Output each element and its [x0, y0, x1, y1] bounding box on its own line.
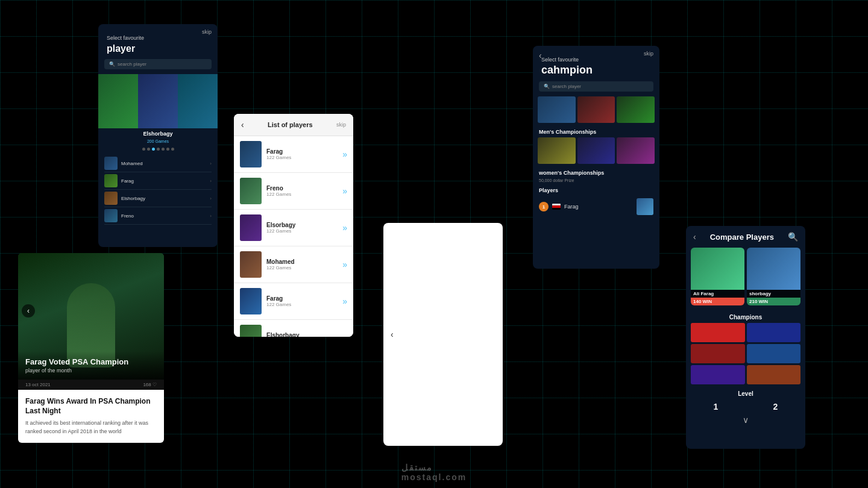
arrow-icon: ›	[210, 178, 212, 184]
back-button-2[interactable]: ‹	[241, 120, 244, 130]
list-item[interactable]: Farag ›	[104, 172, 212, 190]
champ-badge	[691, 365, 745, 384]
list-item[interactable]: Freno ›	[104, 207, 212, 225]
featured-img-3	[178, 74, 218, 128]
champ-badge	[691, 323, 745, 342]
player-2-name: shorbagy	[747, 290, 800, 298]
arrow-icon: ›	[210, 196, 212, 201]
player-row[interactable]: Farag 122 Games »	[234, 283, 353, 320]
prev-button[interactable]: ‹	[22, 304, 35, 318]
arrow-icon: ›	[210, 161, 212, 166]
featured-img-1	[98, 74, 138, 128]
search-icon-5[interactable]: 🔍	[788, 232, 798, 242]
skip-button-4[interactable]: skip	[644, 51, 653, 57]
player-2-img	[747, 248, 800, 290]
champ-img[interactable]	[577, 137, 615, 164]
article-title: Farag Wins Award In PSA Champion Last Ni…	[25, 397, 157, 416]
news-date: 13 oct 2021	[25, 382, 51, 387]
likes-count: 168	[143, 382, 151, 387]
player-row[interactable]: Mohamed 122 Games »	[234, 246, 353, 283]
womens-prize: 50,000 dollar Prize	[533, 178, 659, 185]
dot-1	[142, 148, 145, 151]
list-item[interactable]: Elshorbagy ›	[104, 190, 212, 207]
player-games: 122 Games	[266, 228, 342, 234]
player-card-2[interactable]: shorbagy 210 WIN	[747, 248, 800, 305]
avatar	[104, 192, 118, 205]
player-info: Mohamed 122 Games	[266, 258, 342, 271]
news-headline: Farag Voted PSA Champion	[25, 357, 157, 368]
player-title-1: player	[98, 43, 218, 59]
search-bar-4[interactable]: 🔍 search player	[539, 81, 653, 92]
player-info: Elshorbagy 122 Games	[266, 332, 342, 337]
champ-img[interactable]	[577, 96, 615, 123]
article-text: It achieved its best international ranki…	[25, 419, 157, 436]
player-rank-row[interactable]: 1 Farag	[539, 196, 653, 217]
dot-5	[162, 148, 165, 151]
player-name: Freno	[121, 213, 206, 219]
compare-players-section: Ali Farag 140 WIN shorbagy 210 WIN	[686, 248, 805, 310]
player-name: Farag	[266, 148, 342, 155]
chevron-down-icon[interactable]: ∨	[686, 414, 805, 426]
player-img	[240, 178, 262, 204]
player-games: 122 Games	[266, 265, 342, 271]
player-row[interactable]: Farag 122 Games »	[234, 136, 353, 173]
player-name: Elsorbagy	[266, 222, 342, 228]
dot-2	[147, 148, 150, 151]
list-item[interactable]: Mohamed ›	[104, 155, 212, 172]
champ-img[interactable]	[538, 96, 576, 123]
chevron-right-icon: »	[342, 223, 347, 233]
player-img	[240, 214, 262, 241]
mens-champs-label: Men's Championships	[533, 127, 659, 137]
players-label: Players	[539, 187, 653, 196]
player-name: Elshorbagy	[121, 196, 206, 201]
news-meta: 13 oct 2021 168 ♡	[18, 380, 164, 390]
skip-button-1[interactable]: skip	[202, 29, 212, 35]
back-button-4[interactable]: ‹	[539, 51, 542, 60]
ranked-player-name: Farag	[564, 204, 633, 210]
champ-img[interactable]	[617, 96, 655, 123]
featured-player-games: 200 Games	[98, 139, 218, 146]
avatar	[104, 174, 118, 187]
news-photo: Farag Voted PSA Champion player of the m…	[18, 253, 164, 380]
player-name: Elshorbagy	[266, 332, 342, 337]
champ-title: cahmpion	[533, 64, 659, 81]
featured-player-name: Elshorbagy	[98, 128, 218, 139]
player-row[interactable]: Elshorbagy 122 Games »	[234, 320, 353, 337]
psa-tours-card: ‹ PSA CHALLENGER TOUR WSF & PSA SATELLIT…	[383, 223, 503, 446]
news-subheadline: player of the month	[25, 368, 157, 374]
chevron-right-icon: »	[342, 149, 347, 159]
dot-3	[152, 148, 155, 151]
flag-icon	[552, 204, 561, 210]
search-placeholder-1: search player	[118, 61, 146, 67]
tour-header: ‹	[383, 223, 503, 446]
player-1-name: Ali Farag	[691, 290, 744, 298]
dot-7	[171, 148, 174, 151]
chevron-right-icon: »	[342, 186, 347, 196]
player-card-1[interactable]: Ali Farag 140 WIN	[691, 248, 744, 305]
player-info: Elsorbagy 122 Games	[266, 222, 342, 234]
player-games: 122 Games	[266, 302, 342, 307]
player-img	[240, 141, 262, 167]
skip-button-2[interactable]: skip	[336, 122, 346, 128]
womens-champs-label: women's Championships	[533, 167, 659, 178]
champ-badge	[747, 323, 801, 342]
select-champion-card: ‹ skip Select favourite cahmpion 🔍 searc…	[533, 46, 659, 269]
search-bar-1[interactable]: 🔍 search player	[104, 59, 212, 69]
player-row[interactable]: Freno 122 Games »	[234, 173, 353, 210]
back-button-3[interactable]: ‹	[391, 330, 394, 339]
champions-section-title: Champions	[686, 310, 805, 323]
back-button-5[interactable]: ‹	[693, 232, 696, 242]
select-player-card: skip Select favourite player 🔍 search pl…	[98, 24, 218, 247]
player-games: 122 Games	[266, 155, 342, 160]
player-row[interactable]: Elsorbagy 122 Games »	[234, 210, 353, 246]
champ-img[interactable]	[617, 137, 655, 164]
player-name: Freno	[266, 185, 342, 192]
player-games: 122 Games	[266, 192, 342, 197]
chevron-right-icon: »	[342, 260, 347, 269]
compare-players-card: ‹ Compare Players 🔍 Ali Farag 140 WIN sh…	[686, 226, 805, 449]
champs-grid-1	[533, 96, 659, 127]
watermark-arabic: مستقل	[401, 463, 467, 472]
champ-img[interactable]	[538, 137, 576, 164]
level-2: 2	[773, 402, 778, 411]
list-title: List of players	[268, 121, 313, 128]
